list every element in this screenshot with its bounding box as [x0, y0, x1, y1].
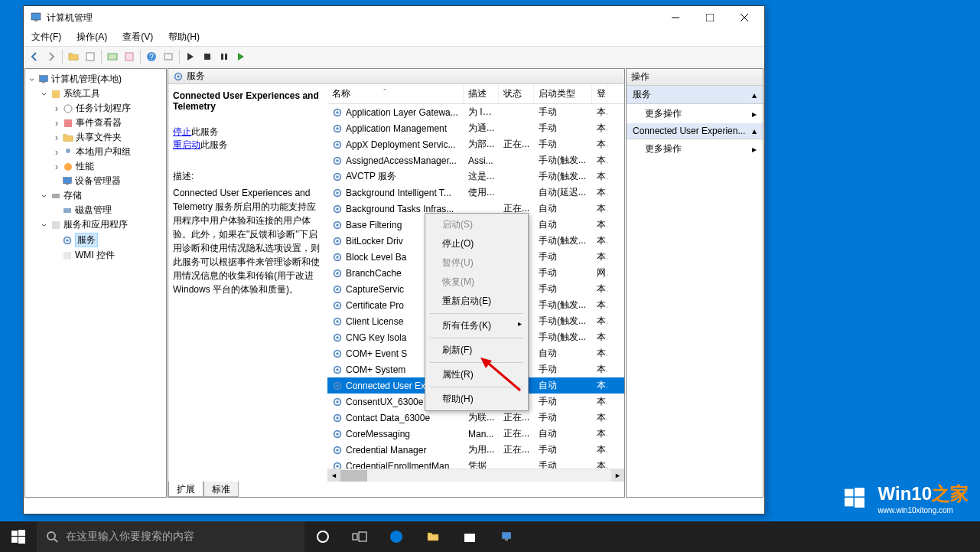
tree-local-users[interactable]: 本地用户和组	[53, 145, 164, 159]
tab-standard[interactable]: 标准	[203, 482, 239, 497]
table-row[interactable]: AVCTP 服务这是...手动(触发...本	[327, 168, 624, 185]
maximize-button[interactable]	[692, 7, 727, 28]
tree-shared-folders[interactable]: 共享文件夹	[53, 130, 164, 145]
table-row[interactable]: Background Intelligent T...使用...自动(延迟...…	[327, 185, 624, 201]
explorer-icon[interactable]	[415, 521, 451, 552]
restart-link[interactable]: 重启动	[173, 139, 200, 150]
ctx-properties[interactable]: 属性(R)	[427, 365, 526, 384]
stop-button[interactable]	[200, 49, 215, 64]
navigation-tree[interactable]: 计算机管理(本地) 系统工具 任务计划程序 事件查看器 共享文件夹 本地用户和组…	[24, 68, 167, 498]
col-logon[interactable]: 登	[592, 84, 607, 103]
table-row[interactable]: AssignedAccessManager...Assi...手动(触发...本	[327, 152, 624, 168]
svg-rect-37	[464, 534, 475, 542]
refresh-button[interactable]	[105, 49, 120, 64]
tree-performance[interactable]: 性能	[53, 159, 164, 174]
scroll-left-button[interactable]: ◄	[327, 469, 340, 482]
menu-view[interactable]: 查看(V)	[119, 29, 156, 46]
close-button[interactable]	[727, 7, 761, 28]
svg-line-32	[54, 539, 57, 542]
svg-point-31	[47, 532, 55, 540]
svg-rect-26	[52, 194, 60, 198]
menu-action[interactable]: 操作(A)	[73, 29, 110, 46]
actions-more-2[interactable]: 更多操作▸	[627, 139, 763, 158]
running-app-icon[interactable]	[488, 521, 525, 552]
horizontal-scrollbar[interactable]: ◄ ►	[327, 469, 624, 482]
col-startup[interactable]: 启动类型	[534, 84, 592, 103]
svg-rect-9	[706, 14, 714, 21]
detail-panel: Connected User Experiences and Telemetry…	[168, 84, 327, 482]
services-header: 服务	[168, 69, 624, 84]
scroll-thumb[interactable]	[340, 470, 367, 482]
ctx-stop[interactable]: 停止(O)	[427, 234, 526, 253]
tree-services-apps[interactable]: 服务和应用程序	[41, 217, 164, 232]
menu-file[interactable]: 文件(F)	[28, 29, 64, 46]
up-button[interactable]	[66, 49, 81, 64]
properties-button[interactable]	[83, 49, 98, 64]
table-row[interactable]: CredentialEnrollmentMan凭据手动本	[327, 458, 624, 469]
actions-group-selected[interactable]: Connected User Experien...▴	[627, 123, 763, 139]
table-row[interactable]: CoreMessagingMan...正在...自动本	[327, 426, 624, 442]
tree-disk-management[interactable]: 磁盘管理	[53, 203, 164, 217]
col-desc[interactable]: 描述	[464, 84, 499, 103]
start-button[interactable]	[0, 521, 37, 552]
back-button[interactable]	[27, 49, 42, 64]
help-button[interactable]: ?	[144, 49, 159, 64]
tree-task-scheduler[interactable]: 任务计划程序	[53, 101, 164, 116]
svg-rect-14	[125, 53, 133, 60]
svg-rect-18	[204, 54, 210, 60]
ctx-help[interactable]: 帮助(H)	[427, 390, 526, 409]
store-icon[interactable]	[451, 521, 488, 552]
menubar: 文件(F) 操作(A) 查看(V) 帮助(H)	[24, 29, 764, 46]
tree-system-tools[interactable]: 系统工具	[41, 87, 164, 101]
titlebar[interactable]: 计算机管理	[24, 6, 764, 29]
ctx-all-tasks[interactable]: 所有任务(K)	[427, 316, 526, 335]
minimize-button[interactable]	[658, 7, 692, 28]
table-row[interactable]: AppX Deployment Servic...为部...正在...手动本	[327, 136, 624, 152]
svg-point-33	[317, 531, 328, 542]
stop-link[interactable]: 停止	[173, 126, 191, 137]
cortana-icon[interactable]	[304, 521, 341, 552]
watermark: Win10之家 www.win10xitong.com	[837, 480, 969, 515]
taskview-icon[interactable]	[341, 521, 378, 552]
ctx-refresh[interactable]: 刷新(F)	[427, 341, 526, 360]
edge-icon[interactable]	[378, 521, 415, 552]
col-status[interactable]: 状态	[499, 84, 534, 103]
submenu-arrow-icon: ▸	[752, 109, 757, 119]
view-button[interactable]	[161, 49, 176, 64]
svg-text:?: ?	[149, 53, 154, 61]
computer-management-window: 计算机管理 文件(F) 操作(A) 查看(V) 帮助(H) ? 计算机	[23, 5, 765, 514]
ctx-restart[interactable]: 重新启动(E)	[427, 292, 526, 311]
view-tabs: 扩展 标准	[168, 482, 624, 497]
scroll-right-button[interactable]: ►	[611, 469, 624, 482]
export-button[interactable]	[122, 49, 137, 64]
pause-button[interactable]	[217, 49, 232, 64]
actions-group-services[interactable]: 服务▴	[627, 86, 763, 104]
submenu-arrow-icon: ▸	[752, 144, 757, 155]
taskbar[interactable]: 在这里输入你要搜索的内容	[0, 521, 980, 552]
tree-root[interactable]: 计算机管理(本地)	[28, 72, 164, 87]
table-row[interactable]: Application Management为通...手动本	[327, 120, 624, 136]
tree-storage[interactable]: 存储	[41, 188, 164, 203]
tree-wmi-control[interactable]: WMI 控件	[53, 248, 164, 263]
table-row[interactable]: Credential Manager为用...正在...手动本	[327, 442, 624, 458]
tab-extended[interactable]: 扩展	[168, 482, 203, 497]
forward-button[interactable]	[44, 49, 59, 64]
play-button[interactable]	[183, 49, 198, 64]
menu-help[interactable]: 帮助(H)	[165, 29, 203, 46]
search-box[interactable]: 在这里输入你要搜索的内容	[37, 521, 304, 552]
table-row[interactable]: Contact Data_6300e为联...正在...手动本	[327, 410, 624, 426]
app-icon	[30, 11, 42, 24]
col-name[interactable]: 名称 ˆ	[327, 84, 464, 103]
actions-more-1[interactable]: 更多操作▸	[627, 104, 763, 123]
tree-event-viewer[interactable]: 事件查看器	[53, 116, 164, 130]
collapse-icon: ▴	[752, 126, 757, 136]
svg-rect-17	[164, 54, 172, 60]
svg-rect-27	[63, 208, 71, 213]
list-header[interactable]: 名称 ˆ 描述 状态 启动类型 登	[327, 84, 624, 104]
table-row[interactable]: Application Layer Gatewa...为 In...手动本	[327, 104, 624, 120]
restart-button[interactable]	[233, 49, 249, 64]
actions-panel: 操作 服务▴ 更多操作▸ Connected User Experien...▴…	[626, 68, 763, 498]
svg-point-25	[64, 163, 72, 171]
tree-device-manager[interactable]: 设备管理器	[53, 174, 164, 188]
tree-services[interactable]: 服务	[53, 232, 164, 248]
